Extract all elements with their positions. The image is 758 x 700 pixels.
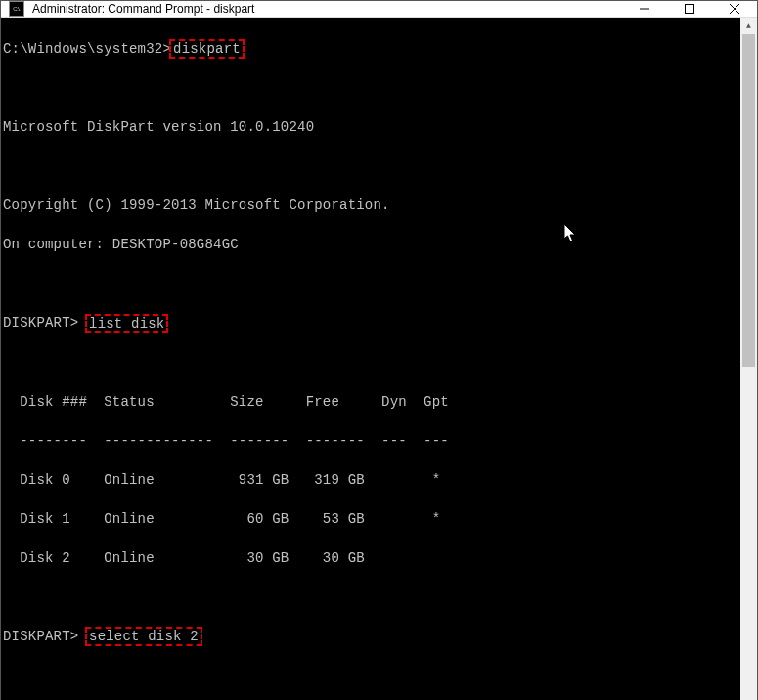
table-row: Disk 0 Online 931 GB 319 GB * bbox=[3, 470, 740, 490]
cmd-list-disk: list disk bbox=[85, 314, 168, 333]
table-divider: -------- ------------- ------- ------- -… bbox=[3, 431, 740, 451]
cmd-select-disk: select disk 2 bbox=[85, 627, 202, 646]
svg-rect-1 bbox=[686, 5, 694, 14]
minimize-button[interactable] bbox=[622, 1, 667, 17]
vertical-scrollbar[interactable]: ▲ ▼ bbox=[740, 18, 757, 700]
table-row: Disk 2 Online 30 GB 30 GB bbox=[3, 548, 740, 568]
cmd-diskpart: diskpart bbox=[169, 39, 245, 59]
output-line: Microsoft DiskPart version 10.0.10240 bbox=[3, 117, 740, 137]
terminal-wrap: C:\Windows\system32>diskpart Microsoft D… bbox=[1, 18, 757, 700]
output-line: Copyright (C) 1999-2013 Microsoft Corpor… bbox=[3, 196, 740, 215]
command-prompt-window: C:\. Administrator: Command Prompt - dis… bbox=[0, 0, 758, 700]
scroll-thumb[interactable] bbox=[742, 34, 755, 367]
prompt-text: C:\Windows\system32> bbox=[3, 41, 171, 57]
prompt-text: DISKPART> bbox=[3, 315, 78, 330]
table-header: Disk ### Status Size Free Dyn Gpt bbox=[3, 392, 740, 412]
terminal-output[interactable]: C:\Windows\system32>diskpart Microsoft D… bbox=[1, 18, 740, 700]
window-title: Administrator: Command Prompt - diskpart bbox=[30, 2, 622, 16]
maximize-button[interactable] bbox=[667, 1, 712, 17]
titlebar[interactable]: C:\. Administrator: Command Prompt - dis… bbox=[1, 1, 757, 18]
window-controls bbox=[622, 1, 757, 17]
table-row: Disk 1 Online 60 GB 53 GB * bbox=[3, 509, 740, 529]
scroll-up-icon[interactable]: ▲ bbox=[740, 18, 757, 34]
cmd-app-icon: C:\. bbox=[9, 1, 24, 17]
close-button[interactable] bbox=[712, 1, 757, 17]
prompt-text: DISKPART> bbox=[3, 629, 78, 644]
output-line: On computer: DESKTOP-08G84GC bbox=[3, 235, 740, 254]
